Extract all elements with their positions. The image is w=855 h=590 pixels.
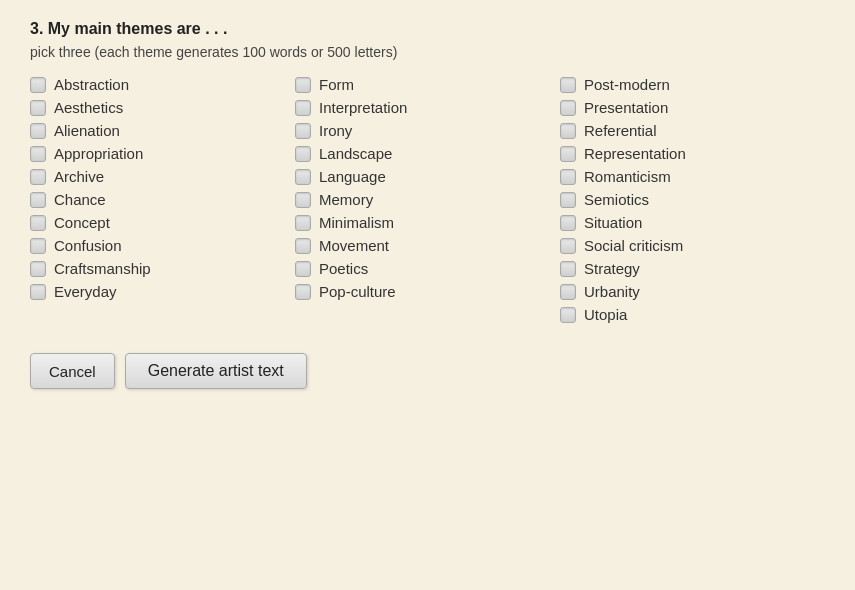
theme-checkbox[interactable] xyxy=(295,77,311,93)
theme-checkbox[interactable] xyxy=(30,238,46,254)
theme-label: Everyday xyxy=(54,283,117,300)
list-item[interactable]: Interpretation xyxy=(295,99,560,116)
theme-label: Representation xyxy=(584,145,686,162)
list-item[interactable]: Romanticism xyxy=(560,168,825,185)
theme-checkbox[interactable] xyxy=(30,77,46,93)
theme-checkbox[interactable] xyxy=(30,284,46,300)
theme-checkbox[interactable] xyxy=(560,192,576,208)
theme-label: Form xyxy=(319,76,354,93)
list-item[interactable]: Confusion xyxy=(30,237,295,254)
generate-button[interactable]: Generate artist text xyxy=(125,353,307,389)
theme-checkbox[interactable] xyxy=(560,261,576,277)
list-item[interactable]: Presentation xyxy=(560,99,825,116)
theme-checkbox[interactable] xyxy=(295,100,311,116)
list-item[interactable]: Semiotics xyxy=(560,191,825,208)
theme-label: Movement xyxy=(319,237,389,254)
list-item[interactable]: Concept xyxy=(30,214,295,231)
theme-checkbox[interactable] xyxy=(560,77,576,93)
list-item[interactable]: Alienation xyxy=(30,122,295,139)
theme-label: Archive xyxy=(54,168,104,185)
theme-label: Chance xyxy=(54,191,106,208)
theme-label: Concept xyxy=(54,214,110,231)
theme-checkbox[interactable] xyxy=(295,146,311,162)
list-item[interactable]: Pop-culture xyxy=(295,283,560,300)
list-item[interactable]: Appropriation xyxy=(30,145,295,162)
list-item[interactable]: Representation xyxy=(560,145,825,162)
theme-label: Strategy xyxy=(584,260,640,277)
list-item[interactable]: Aesthetics xyxy=(30,99,295,116)
theme-checkbox[interactable] xyxy=(560,238,576,254)
list-item[interactable]: Irony xyxy=(295,122,560,139)
theme-label: Interpretation xyxy=(319,99,407,116)
column-2: FormInterpretationIronyLandscapeLanguage… xyxy=(295,76,560,323)
theme-label: Poetics xyxy=(319,260,368,277)
theme-checkbox[interactable] xyxy=(295,215,311,231)
theme-label: Social criticism xyxy=(584,237,683,254)
theme-checkbox[interactable] xyxy=(560,307,576,323)
theme-label: Language xyxy=(319,168,386,185)
theme-checkbox[interactable] xyxy=(560,284,576,300)
theme-label: Confusion xyxy=(54,237,122,254)
themes-columns: AbstractionAestheticsAlienationAppropria… xyxy=(30,76,825,323)
list-item[interactable]: Utopia xyxy=(560,306,825,323)
list-item[interactable]: Social criticism xyxy=(560,237,825,254)
theme-checkbox[interactable] xyxy=(30,100,46,116)
list-item[interactable]: Archive xyxy=(30,168,295,185)
theme-label: Presentation xyxy=(584,99,668,116)
theme-checkbox[interactable] xyxy=(560,100,576,116)
list-item[interactable]: Urbanity xyxy=(560,283,825,300)
theme-checkbox[interactable] xyxy=(295,169,311,185)
list-item[interactable]: Poetics xyxy=(295,260,560,277)
list-item[interactable]: Chance xyxy=(30,191,295,208)
column-1: AbstractionAestheticsAlienationAppropria… xyxy=(30,76,295,323)
theme-label: Post-modern xyxy=(584,76,670,93)
theme-checkbox[interactable] xyxy=(30,215,46,231)
theme-label: Referential xyxy=(584,122,657,139)
theme-checkbox[interactable] xyxy=(560,215,576,231)
theme-checkbox[interactable] xyxy=(295,192,311,208)
list-item[interactable]: Form xyxy=(295,76,560,93)
theme-checkbox[interactable] xyxy=(560,146,576,162)
theme-label: Urbanity xyxy=(584,283,640,300)
theme-label: Aesthetics xyxy=(54,99,123,116)
theme-checkbox[interactable] xyxy=(560,169,576,185)
theme-checkbox[interactable] xyxy=(30,261,46,277)
theme-label: Minimalism xyxy=(319,214,394,231)
list-item[interactable]: Referential xyxy=(560,122,825,139)
theme-checkbox[interactable] xyxy=(30,123,46,139)
list-item[interactable]: Minimalism xyxy=(295,214,560,231)
theme-label: Situation xyxy=(584,214,642,231)
theme-label: Utopia xyxy=(584,306,627,323)
theme-label: Semiotics xyxy=(584,191,649,208)
theme-checkbox[interactable] xyxy=(295,123,311,139)
list-item[interactable]: Memory xyxy=(295,191,560,208)
theme-checkbox[interactable] xyxy=(560,123,576,139)
list-item[interactable]: Movement xyxy=(295,237,560,254)
section-title: 3. My main themes are . . . xyxy=(30,20,825,38)
theme-checkbox[interactable] xyxy=(295,284,311,300)
list-item[interactable]: Strategy xyxy=(560,260,825,277)
theme-checkbox[interactable] xyxy=(30,192,46,208)
theme-checkbox[interactable] xyxy=(30,169,46,185)
list-item[interactable]: Situation xyxy=(560,214,825,231)
list-item[interactable]: Post-modern xyxy=(560,76,825,93)
list-item[interactable]: Language xyxy=(295,168,560,185)
theme-label: Abstraction xyxy=(54,76,129,93)
theme-checkbox[interactable] xyxy=(295,238,311,254)
list-item[interactable]: Abstraction xyxy=(30,76,295,93)
theme-label: Alienation xyxy=(54,122,120,139)
button-row: Cancel Generate artist text xyxy=(30,353,825,389)
theme-checkbox[interactable] xyxy=(295,261,311,277)
theme-label: Pop-culture xyxy=(319,283,396,300)
section-subtitle: pick three (each theme generates 100 wor… xyxy=(30,44,825,60)
cancel-button[interactable]: Cancel xyxy=(30,353,115,389)
list-item[interactable]: Landscape xyxy=(295,145,560,162)
theme-label: Romanticism xyxy=(584,168,671,185)
column-3: Post-modernPresentationReferentialRepres… xyxy=(560,76,825,323)
theme-label: Irony xyxy=(319,122,352,139)
theme-label: Landscape xyxy=(319,145,392,162)
list-item[interactable]: Craftsmanship xyxy=(30,260,295,277)
theme-checkbox[interactable] xyxy=(30,146,46,162)
theme-label: Craftsmanship xyxy=(54,260,151,277)
list-item[interactable]: Everyday xyxy=(30,283,295,300)
